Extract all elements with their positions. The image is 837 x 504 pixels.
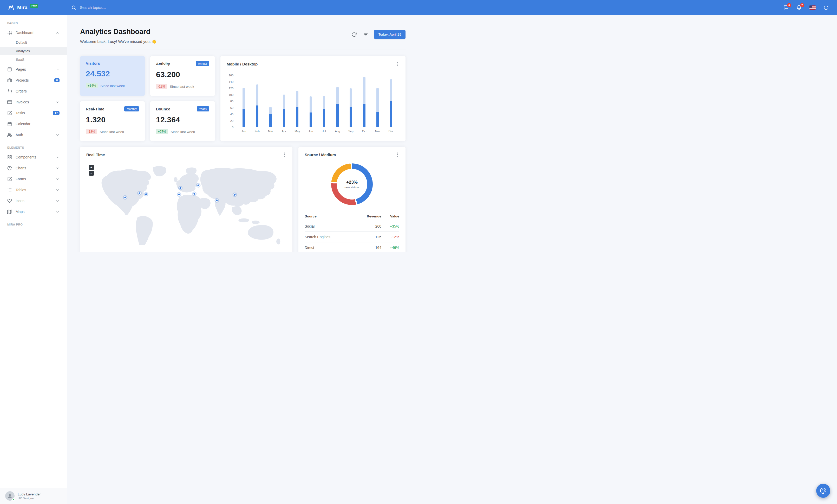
x-axis-label: Nov bbox=[371, 130, 385, 133]
grid-icon bbox=[7, 155, 12, 160]
bar-apr[interactable] bbox=[277, 75, 291, 127]
map-marker[interactable] bbox=[178, 186, 182, 190]
sidebar-item-label: Tasks bbox=[16, 111, 49, 115]
stat-card-note: Since last week bbox=[100, 130, 124, 134]
map-marker[interactable] bbox=[196, 183, 200, 188]
sidebar-item-projects[interactable]: Projects8 bbox=[0, 75, 67, 86]
chevron-down-icon bbox=[56, 199, 59, 203]
map-marker[interactable] bbox=[144, 192, 148, 197]
bar-nov[interactable] bbox=[371, 75, 385, 127]
map-marker[interactable] bbox=[233, 192, 237, 197]
bar-mar[interactable] bbox=[264, 75, 277, 127]
global-search bbox=[71, 5, 142, 10]
sidebar-item-icons[interactable]: Icons bbox=[0, 195, 67, 206]
x-axis-label: Dec bbox=[385, 130, 398, 133]
bar-segment-desktop bbox=[309, 112, 312, 128]
map-marker[interactable] bbox=[137, 191, 142, 195]
sidebar-item-label: Projects bbox=[16, 78, 51, 82]
chevron-down-icon bbox=[56, 188, 59, 192]
sidebar-item-components[interactable]: Components bbox=[0, 152, 67, 163]
map-icon bbox=[7, 209, 12, 214]
card-title-realtime: Real-Time bbox=[86, 152, 105, 157]
zoom-in-button[interactable]: + bbox=[89, 165, 94, 170]
sidebar-item-orders[interactable]: Orders bbox=[0, 86, 67, 97]
bar-jun[interactable] bbox=[304, 75, 318, 127]
sidebar-item-maps[interactable]: Maps bbox=[0, 206, 67, 217]
bar-dec[interactable] bbox=[385, 75, 398, 127]
card-menu-button[interactable] bbox=[396, 152, 399, 158]
sidebar-item-dashboard[interactable]: Dashboard bbox=[0, 27, 67, 38]
map-marker[interactable] bbox=[123, 195, 127, 200]
sidebar-item-analytics[interactable]: Analytics bbox=[0, 47, 67, 55]
table-header-source: Source bbox=[305, 212, 354, 221]
sidebar-item-default[interactable]: Default bbox=[0, 38, 67, 47]
card-menu-button[interactable] bbox=[283, 152, 286, 158]
bar-segment-mobile bbox=[350, 88, 352, 127]
card-title-source-medium: Source / Medium bbox=[305, 152, 336, 157]
list-icon bbox=[7, 188, 12, 192]
map-marker[interactable] bbox=[214, 198, 219, 203]
today-date-button[interactable]: Today: April 29 bbox=[374, 30, 406, 39]
table-header-value: Value bbox=[381, 212, 399, 221]
cell-value: +46% bbox=[381, 242, 399, 252]
table-header-revenue: Revenue bbox=[354, 212, 381, 221]
stat-card-delta: +27% bbox=[156, 129, 168, 134]
bar-segment-mobile bbox=[283, 95, 285, 127]
sidebar-section-label-pages: PAGES bbox=[0, 16, 67, 27]
pro-badge: PRO bbox=[30, 4, 38, 8]
brand[interactable]: Mira PRO bbox=[0, 4, 67, 11]
bar-segment-mobile bbox=[390, 79, 392, 127]
sidebar-item-saas[interactable]: SaaS bbox=[0, 55, 67, 64]
bar-may[interactable] bbox=[291, 75, 304, 127]
sidebar-item-auth[interactable]: Auth bbox=[0, 129, 67, 140]
sidebar: PAGESDashboardDefaultAnalyticsSaaSPagesP… bbox=[0, 15, 67, 252]
table-row-search-engines: Search Engines125-12% bbox=[305, 232, 399, 242]
sidebar-item-label: Maps bbox=[16, 210, 52, 214]
stat-card-note: Since last week bbox=[170, 85, 194, 89]
sidebar-item-charts[interactable]: Charts bbox=[0, 163, 67, 173]
sidebar-item-invoices[interactable]: Invoices bbox=[0, 97, 67, 108]
sidebar-item-label: Components bbox=[16, 155, 52, 159]
sidebar-item-forms[interactable]: Forms bbox=[0, 173, 67, 184]
sidebar-item-pages[interactable]: Pages bbox=[0, 64, 67, 75]
search-input[interactable] bbox=[80, 5, 142, 10]
x-axis-label: Feb bbox=[251, 130, 264, 133]
sidebar-item-label: Forms bbox=[16, 177, 52, 181]
x-axis-label: Oct bbox=[358, 130, 371, 133]
page-subtitle: Welcome back, Lucy! We've missed you. 👋 bbox=[80, 39, 157, 44]
main-content: Analytics Dashboard Welcome back, Lucy! … bbox=[67, 15, 418, 252]
cell-revenue: 260 bbox=[354, 221, 381, 232]
bar-sep[interactable] bbox=[344, 75, 358, 127]
bar-oct[interactable] bbox=[358, 75, 371, 127]
x-axis-label: May bbox=[291, 130, 304, 133]
bar-jan[interactable] bbox=[237, 75, 251, 127]
zoom-out-button[interactable]: − bbox=[89, 171, 94, 175]
bar-segment-mobile bbox=[363, 77, 366, 127]
bar-segment-mobile bbox=[309, 96, 312, 127]
x-axis-label: Jan bbox=[237, 130, 251, 133]
refresh-button[interactable] bbox=[351, 32, 357, 38]
filter-icon bbox=[363, 32, 368, 37]
world-map-svg[interactable] bbox=[86, 160, 286, 245]
bar-jul[interactable] bbox=[317, 75, 331, 127]
card-menu-button[interactable] bbox=[396, 61, 399, 67]
bar-segment-mobile bbox=[323, 96, 325, 127]
sidebar-item-label: Pages bbox=[16, 67, 52, 72]
kebab-icon bbox=[397, 152, 398, 157]
donut-chart[interactable]: +23% new visitors bbox=[331, 163, 373, 205]
sidebar-item-tables[interactable]: Tables bbox=[0, 184, 67, 195]
filter-button[interactable] bbox=[362, 32, 369, 38]
x-axis-label: Mar bbox=[264, 130, 277, 133]
bar-feb[interactable] bbox=[251, 75, 264, 127]
map-marker[interactable] bbox=[192, 191, 197, 196]
bar-aug[interactable] bbox=[331, 75, 344, 127]
source-table-header: SourceRevenueValue bbox=[305, 212, 399, 221]
sidebar-item-label: Auth bbox=[16, 133, 52, 137]
sidebar-count-badge: 17 bbox=[53, 111, 59, 115]
sidebar-item-calendar[interactable]: Calendar bbox=[0, 118, 67, 129]
stat-card-value: 12.364 bbox=[156, 115, 209, 124]
map-marker[interactable] bbox=[177, 192, 181, 197]
bar-segment-desktop bbox=[283, 109, 285, 127]
sidebar-item-tasks[interactable]: Tasks17 bbox=[0, 108, 67, 118]
cell-source: Direct bbox=[305, 242, 354, 252]
